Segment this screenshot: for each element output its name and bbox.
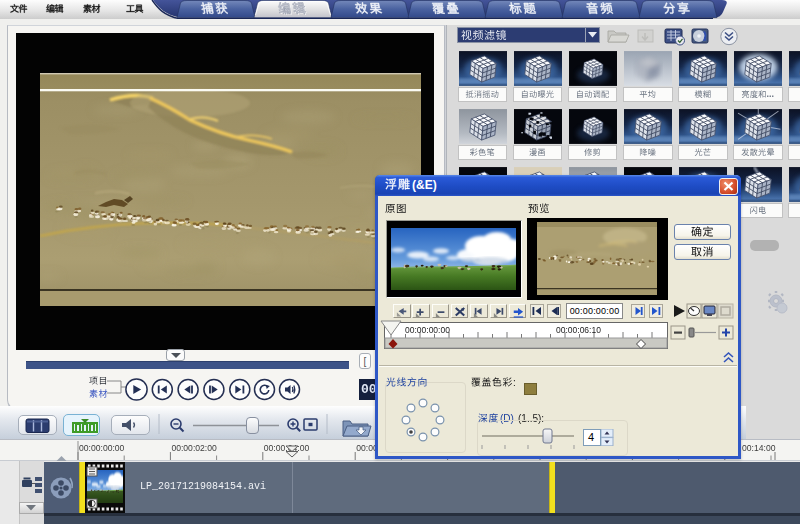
svg-text:00:00:02:00: 00:00:02:00 (171, 443, 217, 453)
svg-text:00:14:00: 00:14:00 (742, 443, 776, 453)
svg-text:00:00:00:00: 00:00:00:00 (79, 443, 125, 453)
